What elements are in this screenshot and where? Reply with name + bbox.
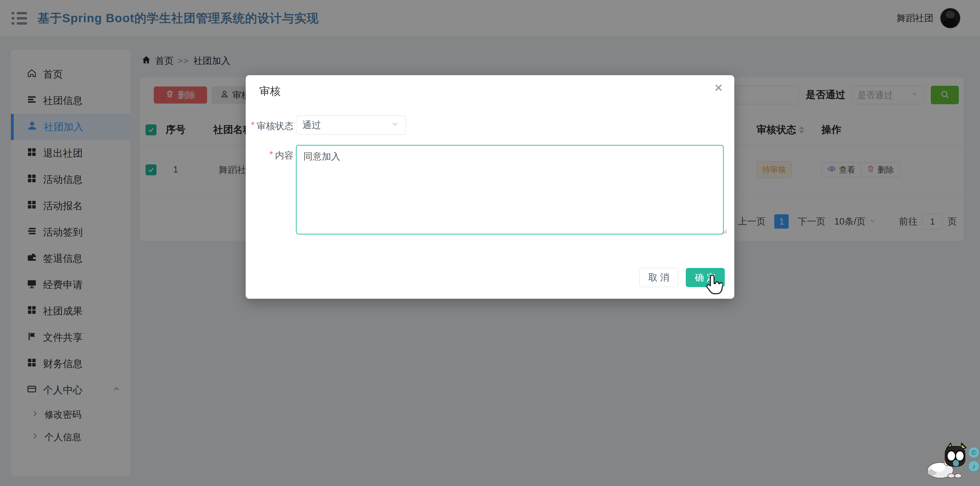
resize-handle[interactable] xyxy=(721,228,727,236)
status-field-label: 审核状态 xyxy=(257,120,294,132)
review-dialog: 审核 × * 审核状态 通过 * 内容 同意加入 取 消 确 定 xyxy=(246,75,734,299)
review-status-select[interactable]: 通过 xyxy=(296,116,406,135)
pet-copyright-button[interactable]: © xyxy=(968,447,979,458)
pet-widget[interactable] xyxy=(927,442,969,481)
pet-sound-button[interactable]: ♪ xyxy=(968,461,979,472)
hand-cursor-icon xyxy=(703,274,723,297)
close-icon[interactable]: × xyxy=(714,81,723,95)
required-asterisk: * xyxy=(269,149,273,160)
chevron-down-icon xyxy=(391,120,399,131)
app-root: 基于Spring Boot的学生社团管理系统的设计与实现 舞蹈社团 首页 社团信… xyxy=(0,0,980,486)
content-field-label: 内容 xyxy=(275,149,294,162)
required-asterisk: * xyxy=(251,120,255,131)
cancel-button[interactable]: 取 消 xyxy=(640,268,678,287)
review-content-textarea[interactable]: 同意加入 xyxy=(296,145,724,234)
dialog-title: 审核 xyxy=(259,84,280,99)
